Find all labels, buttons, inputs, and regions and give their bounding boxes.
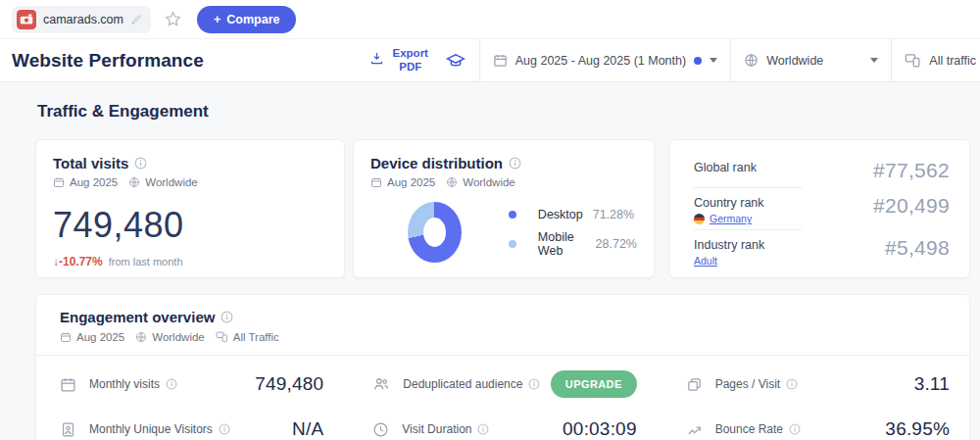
devices-icon [905,52,921,69]
academy-cap-icon[interactable] [446,51,466,71]
meta-date: Aug 2025 [70,176,118,188]
device-chart-area: Desktop 71.28% Mobile Web 28.72% [370,202,637,263]
domain-chip[interactable]: camarads.com [12,6,151,33]
legend-label: Desktop [538,208,583,221]
metric-value: 00:03:09 [563,418,637,440]
country-rank-row: Country rank Germany #20,499 [694,188,950,229]
rank-card: Global rank #77,562 Country rank Germany… [669,139,970,278]
export-pdf-button[interactable]: Export PDF [369,47,432,73]
metric-deduplicated-audience: Deduplicated audience UPGRADE [372,362,636,407]
info-icon[interactable] [528,378,540,390]
globe-icon [128,176,140,188]
meta-geo: Worldwide [463,176,514,188]
metric-value: 36.95% [885,418,950,440]
country-rank-label: Country rank [694,194,764,210]
legend-value: 71.28% [593,208,634,221]
industry-rank-link[interactable]: Adult [694,255,717,267]
favorite-star-icon[interactable] [164,10,182,28]
legend-dot [509,240,516,248]
germany-flag-icon [694,214,705,224]
info-icon[interactable] [786,378,798,390]
meta-geo: Worldwide [145,176,197,188]
chevron-down-icon [870,58,878,63]
calendar-icon [60,331,72,343]
notification-dot [694,57,702,65]
metric-pages-per-visit: Pages / Visit 3.11 [686,362,950,407]
info-icon[interactable] [220,311,233,323]
export-pdf-label: Export PDF [389,47,432,73]
device-legend: Desktop 71.28% Mobile Web 28.72% [509,208,637,258]
site-favicon-icon [17,10,36,29]
content-area: Traffic & Engagement Total visits Aug 20… [0,82,980,440]
page-title: Website Performance [12,50,204,72]
legend-value: 28.72% [596,237,637,251]
globe-icon [446,176,458,188]
date-range-label: Aug 2025 - Aug 2025 (1 Month) [515,54,686,68]
total-visits-title: Total visits [53,155,128,171]
overview-cards-row: Total visits Aug 2025 Worldwide 749,480 … [35,139,970,278]
country-label: Worldwide [766,54,823,68]
calendar-icon [493,53,508,68]
edit-icon[interactable] [130,14,142,25]
info-icon[interactable] [166,378,177,390]
global-rank-label: Global rank [694,159,757,174]
topbar: camarads.com + Compare [0,0,980,39]
domain-name: camarads.com [43,13,123,26]
metric-monthly-unique-visitors: Monthly Unique Visitors N/A [60,407,323,440]
calendar-icon [53,176,65,188]
calendar-icon [60,376,76,393]
bounce-arrow-icon [686,421,703,438]
info-icon[interactable] [509,157,521,170]
industry-rank-row: Industry rank Adult #5,498 [694,230,950,271]
metric-label: Deduplicated audience [403,377,522,391]
meta-traffic: All Traffic [233,331,279,343]
country-selector[interactable]: Worldwide [731,39,891,81]
download-icon [369,51,384,70]
total-visits-change: ↓-10.77% from last month [53,255,327,269]
meta-date: Aug 2025 [76,331,124,343]
globe-icon [744,53,759,68]
device-distribution-meta: Aug 2025 Worldwide [370,176,637,188]
legend-item-mobile-web: Mobile Web 28.72% [509,230,637,258]
info-icon[interactable] [219,423,230,435]
devices-icon [216,330,228,343]
legend-item-desktop: Desktop 71.28% [509,208,637,221]
device-distribution-title: Device distribution [370,155,503,171]
metric-label: Visit Duration [402,422,471,436]
info-icon[interactable] [134,157,147,170]
metric-label: Bounce Rate [715,422,783,436]
metric-value: 3.11 [914,373,950,395]
unique-visitor-icon [60,421,76,438]
engagement-title: Engagement overview [60,309,215,325]
info-icon[interactable] [789,423,801,435]
device-distribution-card: Device distribution Aug 2025 Worldwide [353,139,655,278]
audience-icon [372,375,390,393]
country-rank-link[interactable]: Germany [710,213,752,224]
legend-dot [509,211,516,219]
metric-label: Monthly visits [89,377,160,391]
meta-date: Aug 2025 [387,176,435,188]
info-icon[interactable] [477,423,489,435]
engagement-overview-card: Engagement overview Aug 2025 Worldwide A… [35,294,970,440]
total-visits-meta: Aug 2025 Worldwide [53,176,327,188]
engagement-meta: Aug 2025 Worldwide All Traffic [60,330,950,343]
global-rank-row: Global rank #77,562 [694,153,950,187]
metric-value: N/A [292,418,323,440]
plus-icon: + [214,13,220,26]
upgrade-button[interactable]: UPGRADE [551,370,637,398]
traffic-selector[interactable]: All traffic [892,39,980,81]
industry-rank-label: Industry rank [694,236,764,252]
change-note: from last month [109,256,183,268]
device-donut [408,202,462,263]
date-range-picker[interactable]: Aug 2025 - Aug 2025 (1 Month) [480,39,730,81]
total-visits-card: Total visits Aug 2025 Worldwide 749,480 … [35,139,345,278]
page-header: Website Performance Export PDF Aug 2025 … [0,39,980,82]
traffic-label: All traffic [929,54,976,68]
compare-button[interactable]: + Compare [197,6,297,33]
metric-value: 749,480 [255,373,323,395]
metric-label: Pages / Visit [715,377,780,391]
globe-icon [135,331,147,343]
metric-bounce-rate: Bounce Rate 36.95% [686,407,950,440]
compare-button-label: Compare [226,13,279,26]
change-percent: ↓-10.77% [53,255,103,269]
